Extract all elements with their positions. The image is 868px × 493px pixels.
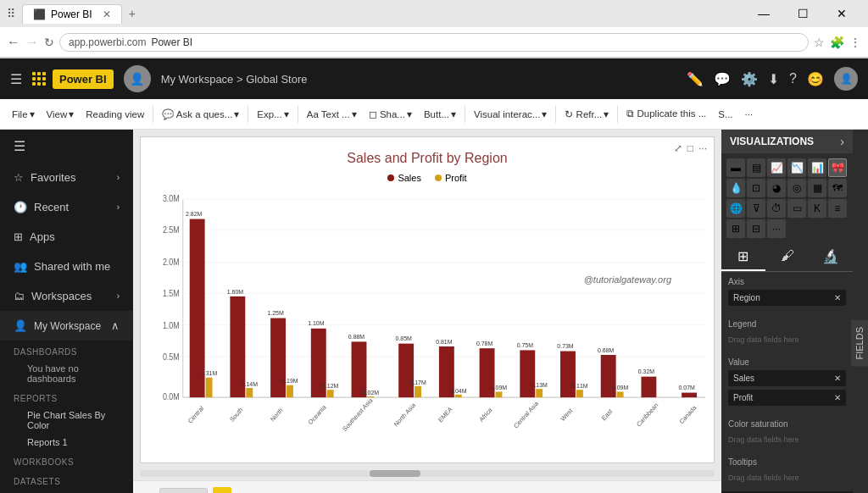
page-tab-1[interactable]: Page 1 xyxy=(159,488,208,494)
ask-question[interactable]: 💬 Ask a ques... ▾ xyxy=(157,105,244,124)
comment-icon[interactable]: 💬 xyxy=(714,71,731,87)
tooltips-placeholder: Drag data fields here xyxy=(728,470,846,485)
viz-matrix[interactable]: ⊟ xyxy=(747,219,765,238)
user-avatar[interactable]: 👤 xyxy=(124,65,151,92)
toolbar-separator-5 xyxy=(555,106,556,123)
svg-text:1.25M: 1.25M xyxy=(267,309,283,317)
close-button[interactable]: ✕ xyxy=(822,0,861,27)
sidebar-item-my-workspace[interactable]: 👤 My Workspace ∧ xyxy=(0,311,133,341)
help-icon[interactable]: ? xyxy=(789,71,797,86)
viz-table[interactable]: ⊞ xyxy=(726,219,745,238)
browser-grid-icon: ⠿ xyxy=(7,7,15,20)
profile-avatar[interactable]: 👤 xyxy=(834,67,858,91)
more-menu[interactable]: ··· xyxy=(740,106,759,123)
panel-tab-fields-icon[interactable]: ⊞ xyxy=(721,243,765,271)
explore-menu[interactable]: Exp... ▾ xyxy=(252,105,293,124)
minimize-button[interactable]: — xyxy=(744,0,783,27)
viz-more[interactable]: ··· xyxy=(767,219,786,238)
reading-view[interactable]: Reading view xyxy=(81,106,149,123)
page-nav: ‹ › Page 1 + xyxy=(133,480,721,493)
app-topbar: ☰ Power BI 👤 My Workspace > Global Store… xyxy=(0,58,868,99)
sidebar-item-recent[interactable]: 🕐 Recent › xyxy=(0,192,133,222)
report-1[interactable]: Reports 1 xyxy=(0,434,133,451)
chart-title: Sales and Profit by Region xyxy=(149,151,705,166)
edit-icon[interactable]: ✏️ xyxy=(687,71,704,87)
shapes-menu[interactable]: ◻ Sha... ▾ xyxy=(364,105,417,124)
smiley-icon[interactable]: 😊 xyxy=(807,71,824,87)
prev-page-button[interactable]: ‹ xyxy=(142,490,146,494)
horizontal-scrollbar[interactable] xyxy=(140,470,715,477)
viz-scatter[interactable]: ⊡ xyxy=(747,179,765,197)
download-icon[interactable]: ⬇ xyxy=(768,71,779,87)
svg-text:0.04M: 0.04M xyxy=(450,386,466,394)
viz-kpi[interactable]: K xyxy=(808,199,826,218)
panel-close-button[interactable]: › xyxy=(840,135,844,148)
fields-side-tab[interactable]: FIELDS xyxy=(851,320,868,367)
viz-stacked-bar[interactable]: ▤ xyxy=(747,158,765,177)
breadcrumb-workspace[interactable]: My Workspace xyxy=(161,73,234,86)
breadcrumb: My Workspace > Global Store xyxy=(161,73,676,86)
browser-tab[interactable]: ⬛ Power BI ✕ xyxy=(22,4,122,24)
expand-icon[interactable]: □ xyxy=(687,142,693,154)
svg-rect-66 xyxy=(617,391,624,397)
viz-line-bar[interactable]: 📊 xyxy=(808,158,826,177)
extensions-icon[interactable]: 🧩 xyxy=(830,36,844,49)
text-menu[interactable]: Aa Text ... ▾ xyxy=(302,105,362,124)
hamburger-menu[interactable]: ☰ xyxy=(10,71,22,87)
viz-pie[interactable]: ◕ xyxy=(767,179,786,197)
viz-funnel[interactable]: ⊽ xyxy=(747,199,765,218)
bookmark-icon[interactable]: ☆ xyxy=(814,36,825,49)
viz-bar-chart[interactable]: ▬ xyxy=(726,158,745,177)
browser-menu-icon[interactable]: ⋮ xyxy=(849,36,861,49)
viz-donut[interactable]: ◎ xyxy=(787,179,806,197)
viz-ribbon[interactable]: 🎀 xyxy=(828,158,847,177)
scroll-thumb[interactable] xyxy=(370,470,420,477)
refresh-menu[interactable]: ↻ Refr... ▾ xyxy=(559,105,614,124)
viz-treemap[interactable]: ▦ xyxy=(808,179,826,197)
focus-icon[interactable]: ⤢ xyxy=(674,142,682,154)
add-page-button[interactable]: + xyxy=(213,487,231,494)
ellipsis-icon[interactable]: ··· xyxy=(698,142,707,154)
viz-waterfall[interactable]: 💧 xyxy=(726,179,745,197)
sidebar-item-favorites[interactable]: ☆ Favorites › xyxy=(0,163,133,192)
sidebar-hamburger[interactable]: ☰ xyxy=(0,130,133,163)
viz-filled-map[interactable]: 🌐 xyxy=(726,199,745,218)
maximize-button[interactable]: ☐ xyxy=(783,0,822,27)
new-tab-button[interactable]: + xyxy=(129,7,136,20)
sidebar-item-workspaces[interactable]: 🗂 Workspaces › xyxy=(0,281,133,311)
axis-remove-button[interactable]: ✕ xyxy=(834,293,841,302)
visual-interactions[interactable]: Visual interac... ▾ xyxy=(469,105,552,124)
next-page-button[interactable]: › xyxy=(151,490,155,494)
view-menu[interactable]: View ▾ xyxy=(42,105,80,124)
viz-map[interactable]: 🗺 xyxy=(828,179,847,197)
settings-icon[interactable]: ⚙️ xyxy=(741,71,758,87)
svg-text:3.0M: 3.0M xyxy=(163,194,180,204)
report-pie-chart[interactable]: Pie Chart Sales By Color xyxy=(0,407,133,434)
sidebar-item-shared[interactable]: 👥 Shared with me xyxy=(0,252,133,281)
duplicate-page[interactable]: ⧉ Duplicate this ... xyxy=(621,105,711,123)
save-menu[interactable]: S... xyxy=(713,106,737,123)
viz-area-chart[interactable]: 📉 xyxy=(787,158,806,177)
forward-button[interactable]: → xyxy=(25,35,39,50)
panel-tab-format[interactable]: 🖌 xyxy=(765,243,810,271)
buttons-menu[interactable]: Butt... ▾ xyxy=(419,105,461,124)
toolbar-separator-4 xyxy=(465,106,465,123)
viz-slicer[interactable]: ≡ xyxy=(828,199,847,218)
viz-line-chart[interactable]: 📈 xyxy=(767,158,786,177)
value-sales-remove[interactable]: ✕ xyxy=(834,374,841,383)
back-button[interactable]: ← xyxy=(7,35,20,50)
tab-close-icon[interactable]: ✕ xyxy=(103,8,111,20)
svg-text:Central: Central xyxy=(186,404,205,425)
refresh-button[interactable]: ↻ xyxy=(44,36,54,49)
workspaces-label: Workspaces xyxy=(31,290,92,302)
sidebar-item-apps[interactable]: ⊞ Apps xyxy=(0,222,133,252)
viz-card[interactable]: ▭ xyxy=(787,199,806,218)
viz-gauge[interactable]: ⏱ xyxy=(767,199,786,218)
dataset-global-store[interactable]: Global Store ··· xyxy=(0,490,133,493)
value-profit-remove[interactable]: ✕ xyxy=(834,393,841,402)
legend-profit-dot xyxy=(435,174,442,181)
svg-rect-16 xyxy=(206,378,213,397)
url-bar[interactable]: app.powerbi.com Power BI xyxy=(59,33,809,52)
file-menu[interactable]: File ▾ xyxy=(7,105,40,124)
panel-tab-analytics[interactable]: 🔬 xyxy=(809,243,853,271)
